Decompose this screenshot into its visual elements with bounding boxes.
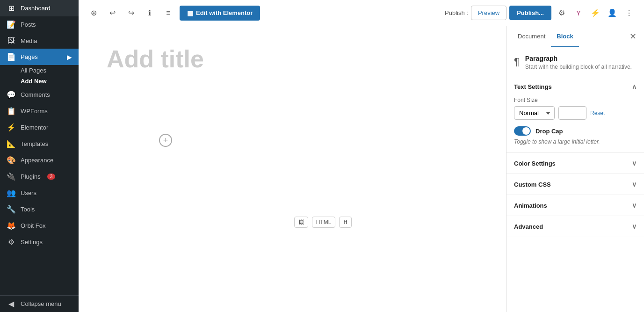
wp-settings-button[interactable]: ⚙ (554, 6, 569, 21)
undo-button[interactable]: ↩ (105, 6, 120, 21)
text-settings-chevron: ∧ (632, 83, 637, 90)
text-settings-header[interactable]: Text Settings ∧ (507, 76, 644, 97)
toggle-knob (522, 127, 530, 135)
animations-section: Animations ∨ (507, 195, 644, 216)
performance-button[interactable]: ⚡ (588, 6, 603, 21)
toolbar-right-icons: ⚙ Y ⚡ 👤 ⋮ (554, 6, 637, 21)
text-settings-body: Font Size Normal Small Medium Large X-La… (507, 97, 644, 152)
sidebar-item-comments[interactable]: 💬 Comments (0, 87, 79, 103)
avatar-icon: 👤 (608, 8, 617, 17)
yoast-icon: Y (576, 9, 580, 17)
image-tool-button[interactable]: 🖼 (294, 217, 308, 228)
elementor-btn-icon: ▦ (187, 9, 193, 17)
drop-cap-row: Drop Cap (514, 126, 637, 136)
editor-canvas[interactable]: + Add title 🖼 HTML H (79, 26, 506, 312)
list-icon: ≡ (166, 9, 170, 17)
tab-document[interactable]: Document (512, 26, 551, 47)
info-icon: ℹ (148, 8, 151, 17)
publish-label: Publish : (445, 9, 468, 16)
drop-cap-toggle[interactable] (514, 126, 531, 136)
collapse-menu-btn[interactable]: ◀ Collapse menu (0, 296, 79, 312)
sidebar: ⊞ Dashboard 📝 Posts 🖼 Media 📄 Pages ▶ Al… (0, 0, 79, 312)
dashboard-icon: ⊞ (7, 4, 16, 13)
sidebar-item-plugins[interactable]: 🔌 Plugins 3 (0, 168, 79, 185)
add-icon: ⊕ (91, 8, 97, 17)
templates-icon: 📐 (7, 139, 16, 148)
text-settings-section: Text Settings ∧ Font Size Normal Small M… (507, 76, 644, 153)
font-size-reset-button[interactable]: Reset (590, 110, 605, 116)
image-icon: 🖼 (298, 219, 304, 225)
yoast-button[interactable]: Y (571, 6, 586, 21)
toolbar-right: Publish : Preview Publish... ⚙ Y ⚡ 👤 ⋮ (445, 6, 637, 21)
add-block-button[interactable]: ⊕ (86, 6, 101, 21)
tab-block[interactable]: Block (551, 26, 579, 47)
block-name: Paragraph (525, 55, 632, 62)
avatar-button[interactable]: 👤 (605, 6, 620, 21)
panel-close-button[interactable]: ✕ (628, 29, 638, 44)
custom-css-header[interactable]: Custom CSS ∨ (507, 174, 644, 195)
font-size-row: Normal Small Medium Large X-Large Reset (514, 106, 637, 120)
advanced-header[interactable]: Advanced ∨ (507, 216, 644, 237)
gear-icon: ⚙ (558, 8, 565, 17)
appearance-icon: 🎨 (7, 156, 16, 165)
sidebar-item-wpforms[interactable]: 📋 WPForms (0, 103, 79, 119)
drop-cap-description: Toggle to show a large initial letter. (514, 138, 637, 145)
posts-icon: 📝 (7, 20, 16, 29)
sidebar-item-posts[interactable]: 📝 Posts (0, 16, 79, 33)
top-toolbar: ⊕ ↩ ↪ ℹ ≡ ▦ Edit with Elementor Publish … (79, 0, 644, 26)
collapse-menu: ◀ Collapse menu (0, 295, 79, 312)
page-title-field[interactable]: Add title (107, 45, 478, 73)
publish-button[interactable]: Publish... (509, 6, 551, 20)
custom-css-chevron: ∨ (632, 181, 637, 188)
settings-icon: ⚙ (7, 238, 16, 247)
block-description: Start with the building block of all nar… (525, 64, 632, 70)
html-tool-button[interactable]: HTML (312, 217, 336, 228)
panel-tabs: Document Block ✕ (507, 26, 644, 47)
pages-icon: 📄 (7, 52, 16, 61)
sidebar-item-templates[interactable]: 📐 Templates (0, 136, 79, 152)
media-icon: 🖼 (7, 36, 16, 45)
bolt-icon: ⚡ (591, 8, 600, 17)
content-area: + Add title 🖼 HTML H Document Block ✕ (79, 26, 644, 312)
sidebar-item-settings[interactable]: ⚙ Settings (0, 234, 79, 250)
font-size-label: Font Size (514, 97, 637, 103)
info-button[interactable]: ℹ (142, 6, 157, 21)
sidebar-item-orbit-fox[interactable]: 🦊 Orbit Fox (0, 218, 79, 234)
right-panel: Document Block ✕ ¶ Paragraph Start with … (506, 26, 644, 312)
sidebar-item-dashboard[interactable]: ⊞ Dashboard (0, 0, 79, 16)
users-icon: 👥 (7, 189, 16, 197)
undo-icon: ↩ (109, 8, 116, 17)
sidebar-item-tools[interactable]: 🔧 Tools (0, 201, 79, 218)
sidebar-item-appearance[interactable]: 🎨 Appearance (0, 152, 79, 168)
animations-header[interactable]: Animations ∨ (507, 195, 644, 216)
drop-cap-label: Drop Cap (535, 128, 563, 135)
more-icon: ⋮ (625, 8, 633, 17)
sidebar-item-elementor[interactable]: ⚡ Elementor (0, 119, 79, 136)
advanced-section: Advanced ∨ (507, 216, 644, 237)
sidebar-submenu-all-pages[interactable]: All Pages (21, 65, 79, 76)
edit-elementor-button[interactable]: ▦ Edit with Elementor (180, 6, 260, 21)
tools-icon: 🔧 (7, 205, 16, 214)
orbit-fox-icon: 🦊 (7, 221, 16, 230)
pages-submenu: All Pages Add New (0, 65, 79, 87)
redo-button[interactable]: ↪ (123, 6, 138, 21)
redo-icon: ↪ (128, 8, 134, 17)
sidebar-item-pages[interactable]: 📄 Pages ▶ (0, 49, 79, 65)
sidebar-item-media[interactable]: 🖼 Media (0, 33, 79, 49)
color-settings-header[interactable]: Color Settings ∨ (507, 153, 644, 174)
preview-button[interactable]: Preview (471, 6, 507, 20)
font-size-select[interactable]: Normal Small Medium Large X-Large (514, 106, 555, 120)
canvas-add-block-button[interactable]: + (159, 134, 172, 147)
sidebar-submenu-add-new[interactable]: Add New (21, 76, 79, 87)
more-options-button[interactable]: ⋮ (622, 6, 637, 21)
heading-tool-button[interactable]: H (339, 217, 352, 228)
sidebar-item-users[interactable]: 👥 Users (0, 185, 79, 201)
font-size-input[interactable] (558, 106, 586, 120)
block-info-text: Paragraph Start with the building block … (525, 55, 632, 70)
block-toolbar: 🖼 HTML H (294, 217, 352, 228)
list-view-button[interactable]: ≡ (161, 6, 176, 21)
plugins-badge: 3 (47, 174, 56, 180)
block-info: ¶ Paragraph Start with the building bloc… (507, 47, 644, 76)
color-settings-chevron: ∨ (632, 160, 637, 167)
plugins-icon: 🔌 (7, 172, 16, 181)
